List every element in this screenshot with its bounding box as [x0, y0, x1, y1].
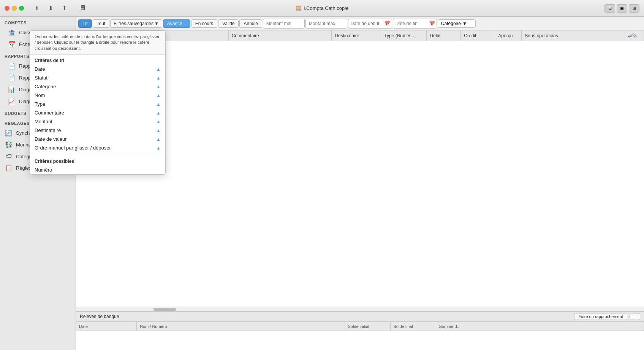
categories-icon: 🏷 — [5, 153, 13, 160]
minimize-button[interactable] — [12, 6, 17, 11]
en-cours-button[interactable]: En cours — [191, 19, 217, 28]
calendar-icon: 📅 — [8, 41, 16, 48]
sort-item-date[interactable]: Date ▲ — [30, 65, 165, 73]
report2-icon: 📄 — [8, 74, 16, 81]
sort-arrow-ordre-manuel[interactable]: ▲ — [156, 145, 161, 151]
sidebar-item-regles-label: Règles — [16, 165, 31, 171]
th-destinataire: Destinataire — [332, 30, 381, 41]
transfer-icon: ⇄ — [628, 33, 632, 38]
sort-item-statut[interactable]: Statut ▲ — [30, 73, 165, 82]
sort-arrow-date[interactable]: ▲ — [156, 67, 161, 72]
sort-popup: Ordonnez les critères de tri dans l'ordr… — [30, 30, 166, 175]
sort-item-numero[interactable]: Numéro — [30, 165, 165, 174]
download-button[interactable]: ⬇ — [45, 3, 56, 14]
bank-section-title: Relevés de banque — [80, 314, 119, 319]
sync-icon: 🔄 — [5, 129, 13, 137]
th-icons: ⇄ 📎 — [625, 30, 644, 41]
bank-th-somme: Somme d... — [436, 322, 644, 331]
calculator-button[interactable]: 🖩 — [77, 3, 89, 14]
bank-th-nom: Nom / Numéro — [137, 322, 345, 331]
date-fin-calendar-icon[interactable]: 📅 — [427, 21, 437, 26]
close-button[interactable] — [5, 6, 9, 11]
sort-item-type[interactable]: Type ▲ — [30, 100, 165, 108]
filtres-sauvegardes-dropdown[interactable]: Filtres sauvegardés ▼ — [110, 19, 162, 28]
criteres-possibles-label: Critères possibles — [30, 156, 165, 165]
categorie-label: Catégorie — [441, 21, 461, 26]
bank-table-header: Date Nom / Numéro Solde initial Solde fi… — [76, 322, 644, 331]
categorie-dropdown[interactable]: Catégorie ▼ — [438, 19, 476, 28]
date-fin-text[interactable] — [393, 20, 427, 27]
horizontal-scrollbar[interactable] — [76, 307, 644, 311]
th-credit: Crédit — [461, 30, 495, 41]
sort-arrow-statut[interactable]: ▲ — [156, 75, 161, 81]
sidebar-section-comptes: Comptes — [0, 17, 76, 27]
win-ctrl-1[interactable]: ⊟ — [604, 4, 615, 13]
th-type: Type (Numér... — [381, 30, 427, 41]
rules-icon: 📋 — [5, 164, 13, 172]
th-apercu: Aperçu — [495, 30, 522, 41]
bank-icon: 🏦 — [8, 29, 16, 36]
sort-arrow-commentaire[interactable]: ▲ — [156, 110, 161, 116]
sort-item-destinataire[interactable]: Destinataire ▲ — [30, 126, 165, 135]
report1-icon: 📄 — [8, 62, 16, 70]
tri-button[interactable]: Tri — [78, 19, 92, 28]
th-debit: Débit — [427, 30, 461, 41]
titlebar: ℹ ⬇ ⬆ 🖩 🧮 i.Compta Cath copie ⊟ ▣ ⊞ — [0, 0, 644, 17]
attachment-icon: 📎 — [632, 33, 638, 38]
bank-th-solde-final: Solde final — [391, 322, 436, 331]
maximize-button[interactable] — [19, 6, 24, 11]
filter-toolbar: Tri Tout Filtres sauvegardés ▼ Avancé...… — [76, 17, 644, 30]
avance-button[interactable]: Avancé... — [163, 19, 190, 28]
window-title-text: i.Compta Cath copie — [304, 5, 349, 11]
sort-item-ordre-manuel[interactable]: Ordre manuel par glisser / déposer ▲ — [30, 143, 165, 152]
sort-arrow-montant[interactable]: ▲ — [156, 119, 161, 124]
date-fin-input[interactable]: 📅 — [393, 19, 437, 29]
chart2-icon: 📈 — [8, 98, 16, 105]
window-controls: ⊟ ▣ ⊞ — [604, 4, 639, 13]
date-debut-text[interactable] — [348, 20, 383, 27]
sort-item-categorie[interactable]: Catégorie ▲ — [30, 82, 165, 91]
criteres-tri-label: Critères de tri — [30, 55, 165, 65]
sort-divider — [30, 154, 165, 154]
montant-max-input[interactable] — [305, 19, 347, 29]
win-ctrl-2[interactable]: ▣ — [617, 4, 627, 13]
info-button[interactable]: ℹ — [32, 3, 42, 14]
sort-tooltip: Ordonnez les critères de tri dans l'ordr… — [30, 31, 165, 55]
sort-arrow-type[interactable]: ▲ — [156, 102, 161, 107]
sort-arrow-nom[interactable]: ▲ — [156, 93, 161, 98]
date-debut-calendar-icon[interactable]: 📅 — [383, 21, 392, 26]
categorie-chevron-icon: ▼ — [462, 21, 467, 26]
window-icon: 🧮 — [296, 5, 302, 11]
bank-th-solde-initial: Solde initial — [345, 322, 391, 331]
chevron-down-icon: ▼ — [154, 21, 159, 26]
sort-item-nom[interactable]: Nom ▲ — [30, 91, 165, 100]
sort-item-montant[interactable]: Montant ▲ — [30, 117, 165, 126]
date-debut-input[interactable]: 📅 — [348, 19, 392, 29]
valide-button[interactable]: Validé — [218, 19, 239, 28]
bank-header: Relevés de banque Faire un rapprochement… — [76, 312, 644, 322]
sort-arrow-date-valeur[interactable]: ▲ — [156, 137, 161, 142]
scrollbar-thumb[interactable] — [153, 308, 176, 311]
chart1-icon: 📊 — [8, 86, 16, 93]
bank-th-date: Date — [76, 322, 137, 331]
currency-icon: 💱 — [5, 141, 13, 148]
bank-section: Relevés de banque Faire un rapprochement… — [76, 311, 644, 350]
win-ctrl-3[interactable]: ⊞ — [629, 4, 639, 13]
titlebar-actions: ℹ ⬇ ⬆ — [32, 3, 70, 14]
rapprochement-button[interactable]: Faire un rapprochement — [574, 313, 627, 320]
sort-item-commentaire[interactable]: Commentaire ▲ — [30, 108, 165, 117]
window-title: 🧮 i.Compta Cath copie — [296, 5, 349, 11]
tout-button[interactable]: Tout — [93, 19, 110, 28]
sort-arrow-categorie[interactable]: ▲ — [156, 84, 161, 89]
filtres-label: Filtres sauvegardés — [114, 21, 153, 26]
th-sous-ops: Sous-opérations — [522, 30, 625, 41]
annule-button[interactable]: Annulé — [239, 19, 262, 28]
sort-arrow-destinataire[interactable]: ▲ — [156, 128, 161, 133]
bank-body — [76, 331, 644, 350]
sort-item-date-valeur[interactable]: Date de valeur ▲ — [30, 135, 165, 143]
traffic-lights — [5, 6, 24, 11]
upload-button[interactable]: ⬆ — [59, 3, 70, 14]
th-commentaire: Commentaire — [229, 30, 332, 41]
bank-collapse-button[interactable]: – — [630, 313, 640, 320]
montant-min-input[interactable] — [263, 19, 305, 29]
